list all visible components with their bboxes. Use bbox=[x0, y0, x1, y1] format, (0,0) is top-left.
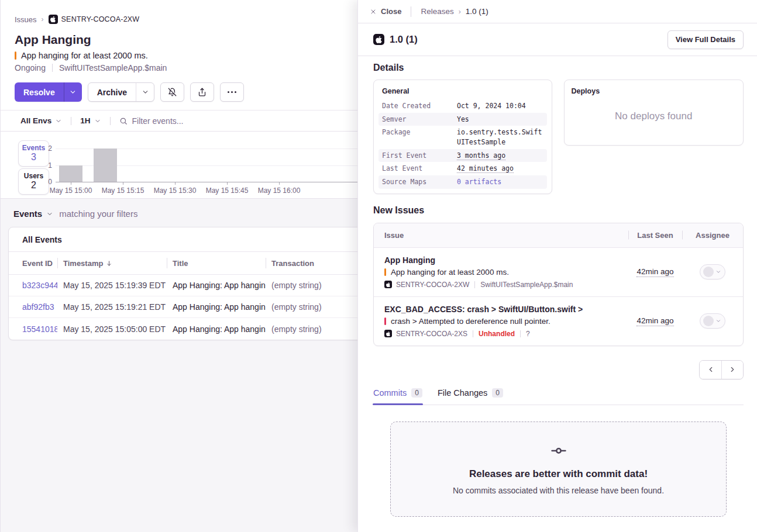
breadcrumb-current-release: 1.0 (1) bbox=[466, 7, 488, 16]
drawer-body: Details General Date Created Oct 9, 2024… bbox=[358, 56, 757, 517]
column-title[interactable]: Title bbox=[167, 259, 266, 268]
environment-filter[interactable]: All Envs bbox=[20, 116, 62, 125]
y-axis-label: 0 bbox=[40, 178, 52, 186]
chevron-left-icon bbox=[707, 365, 715, 374]
close-icon bbox=[370, 8, 377, 15]
assignee-dropdown[interactable] bbox=[700, 264, 725, 279]
event-id-link[interactable]: 15541018 bbox=[9, 324, 57, 334]
period-filter-label: 1H bbox=[80, 116, 90, 125]
pagination bbox=[373, 360, 744, 379]
resolve-button[interactable]: Resolve bbox=[15, 82, 64, 102]
breadcrumb-chevron-icon: › bbox=[459, 8, 461, 16]
general-row: Semver Yes bbox=[378, 113, 547, 126]
source-maps-link[interactable]: 0 artifacts bbox=[457, 177, 543, 187]
close-label: Close bbox=[381, 7, 401, 16]
deploys-empty-message: No deploys found bbox=[565, 87, 744, 145]
details-heading: Details bbox=[373, 63, 744, 73]
archive-split-button: Archive bbox=[88, 82, 154, 102]
breadcrumb-project-label: SENTRY-COCOA-2XW bbox=[61, 15, 140, 23]
unhandled-tag: Unhandled bbox=[479, 330, 515, 338]
general-row: Date Created Oct 9, 2024 10:04 bbox=[378, 99, 547, 113]
release-title-row: 1.0 (1) View Full Details bbox=[358, 23, 757, 56]
previous-page-button[interactable] bbox=[700, 361, 721, 379]
archive-dropdown-button[interactable] bbox=[136, 83, 154, 101]
breadcrumb-project-link[interactable]: SENTRY-COCOA-2XW bbox=[49, 15, 140, 24]
avatar-placeholder bbox=[703, 316, 714, 326]
general-row-label: First Event bbox=[382, 151, 457, 161]
divider bbox=[473, 330, 473, 337]
breadcrumb-releases-link[interactable]: Releases bbox=[421, 7, 453, 16]
deploys-card: Deploys No deploys found bbox=[564, 80, 744, 146]
issue-meta: SENTRY-COCOA-2XW SwiftUITestSampleApp.$m… bbox=[384, 281, 628, 289]
resolve-split-button: Resolve bbox=[15, 82, 82, 102]
apple-platform-icon bbox=[49, 15, 58, 24]
commits-empty-subtitle: No commits associated with this release … bbox=[453, 486, 664, 495]
level-indicator bbox=[15, 51, 16, 60]
next-page-button[interactable] bbox=[721, 361, 743, 379]
details-cards: General Date Created Oct 9, 2024 10:04 S… bbox=[373, 80, 744, 194]
events-table-body: b323c944 May 15, 2025 15:19:39 EDT App H… bbox=[9, 275, 357, 340]
breadcrumb: Issues › SENTRY-COCOA-2XW bbox=[1, 0, 357, 24]
issue-last-seen: 42min ago bbox=[636, 267, 673, 277]
y-axis-label: 1 bbox=[40, 161, 52, 170]
event-transaction: (empty string) bbox=[266, 281, 357, 290]
event-timestamp: May 15, 2025 15:19:21 EDT bbox=[57, 302, 167, 312]
column-transaction[interactable]: Transaction bbox=[266, 259, 357, 268]
breadcrumb-chevron-icon: › bbox=[42, 15, 44, 23]
issue-location: SwiftUITestSampleApp.$main bbox=[59, 63, 167, 72]
event-id-link[interactable]: b323c944 bbox=[9, 281, 57, 290]
more-actions-button[interactable] bbox=[220, 82, 244, 102]
event-id-link[interactable]: abf92fb3 bbox=[9, 302, 57, 312]
breadcrumb-issues-link[interactable]: Issues bbox=[15, 15, 37, 24]
column-last-seen: Last Seen bbox=[628, 231, 682, 240]
column-event-id[interactable]: Event ID bbox=[9, 259, 57, 268]
filter-events-input[interactable] bbox=[132, 116, 357, 126]
tab-file-changes[interactable]: File Changes 0 bbox=[438, 388, 503, 405]
event-timestamp: May 15, 2025 15:19:39 EDT bbox=[57, 281, 167, 290]
column-timestamp[interactable]: Timestamp bbox=[57, 259, 167, 268]
event-timestamp: May 15, 2025 15:05:00 EDT bbox=[57, 324, 167, 334]
chevron-down-icon bbox=[46, 210, 53, 217]
drawer-header: Close Releases › 1.0 (1) bbox=[358, 0, 757, 23]
assignee-dropdown[interactable] bbox=[700, 313, 725, 329]
issue-title-link[interactable]: App Hanging bbox=[384, 255, 628, 265]
event-title: App Hanging: App hangin… bbox=[167, 281, 266, 290]
tab-commits-count: 0 bbox=[411, 388, 422, 398]
commits-empty-title: Releases are better with commit data! bbox=[469, 468, 648, 480]
issue-meta: Ongoing SwiftUITestSampleApp.$main bbox=[15, 63, 357, 72]
events-dropdown[interactable]: Events bbox=[13, 209, 42, 219]
divider bbox=[520, 330, 521, 337]
tab-commits[interactable]: Commits 0 bbox=[373, 388, 422, 405]
resolve-dropdown-button[interactable] bbox=[64, 82, 82, 102]
all-events-title: All Events bbox=[9, 227, 357, 252]
chevron-down-icon bbox=[55, 118, 62, 125]
avatar-placeholder bbox=[703, 267, 714, 277]
event-transaction: (empty string) bbox=[266, 324, 357, 334]
git-commit-icon bbox=[548, 443, 570, 458]
general-row-label: Date Created bbox=[382, 101, 457, 111]
issue-culprit-text: App hanging for at least 2000 ms. bbox=[21, 51, 148, 60]
new-issue-row: App Hanging App hanging for at least 200… bbox=[374, 248, 743, 296]
general-row: Last Event 42 minutes ago bbox=[378, 162, 547, 175]
x-axis-line bbox=[56, 182, 357, 182]
divider bbox=[411, 6, 411, 17]
period-filter[interactable]: 1H bbox=[80, 116, 101, 125]
chevron-down-icon bbox=[94, 118, 101, 125]
event-bar bbox=[94, 148, 117, 182]
general-row-label: Package bbox=[382, 127, 457, 147]
event-transaction: (empty string) bbox=[266, 302, 357, 312]
issue-toolbar: Resolve Archive bbox=[1, 72, 357, 110]
mute-button[interactable] bbox=[160, 82, 184, 102]
share-button[interactable] bbox=[190, 82, 214, 102]
close-drawer-button[interactable]: Close bbox=[370, 7, 401, 16]
issue-last-seen: 42min ago bbox=[636, 316, 673, 326]
archive-button[interactable]: Archive bbox=[88, 83, 136, 101]
general-row-value: 42 minutes ago bbox=[457, 164, 543, 174]
issue-title-link[interactable]: EXC_BAD_ACCESS: crash > SwiftUI/Button.s… bbox=[384, 305, 628, 314]
divider bbox=[71, 117, 71, 125]
x-tick-mark bbox=[175, 182, 176, 185]
filter-bar: All Envs 1H bbox=[1, 110, 357, 132]
view-full-details-button[interactable]: View Full Details bbox=[667, 30, 744, 49]
chevron-right-icon bbox=[728, 365, 737, 374]
event-table-row: abf92fb3 May 15, 2025 15:19:21 EDT App H… bbox=[9, 296, 357, 318]
